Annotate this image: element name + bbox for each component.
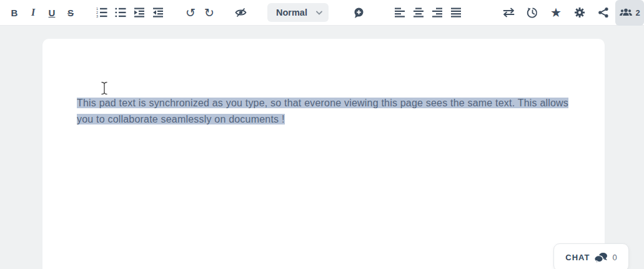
users-count: 2 xyxy=(635,8,640,18)
style-dropdown[interactable]: Normal xyxy=(267,3,329,22)
toolbar-right-group: ★ xyxy=(497,0,644,26)
ordered-list-button[interactable]: 1 2 3 xyxy=(92,3,111,22)
italic-icon: I xyxy=(31,7,35,18)
outdent-icon xyxy=(152,7,164,18)
chat-count: 0 xyxy=(612,253,617,262)
toolbar: B I U S 1 2 3 ↺ ↻ xyxy=(0,0,644,26)
chat-button[interactable]: CHAT 0 xyxy=(553,243,629,269)
style-dropdown-value: Normal xyxy=(276,8,307,18)
settings-button[interactable] xyxy=(568,3,592,22)
align-center-button[interactable] xyxy=(409,3,428,22)
star-icon: ★ xyxy=(550,6,562,19)
underline-button[interactable]: U xyxy=(42,3,61,22)
chat-bubbles-icon xyxy=(594,252,608,263)
redo-icon: ↻ xyxy=(204,7,214,19)
italic-button[interactable]: I xyxy=(24,3,42,22)
chevron-down-icon xyxy=(316,11,322,15)
editor-pad[interactable]: This pad text is synchronized as you typ… xyxy=(42,39,605,269)
undo-icon: ↺ xyxy=(186,7,196,19)
outdent-button[interactable] xyxy=(149,3,167,22)
history-button[interactable] xyxy=(520,3,544,22)
redo-button[interactable]: ↻ xyxy=(200,3,219,22)
favorite-button[interactable]: ★ xyxy=(544,3,568,22)
align-left-button[interactable] xyxy=(390,3,409,22)
align-justify-icon xyxy=(450,7,462,18)
connected-users-button[interactable]: 2 xyxy=(615,0,644,26)
align-right-button[interactable] xyxy=(428,3,447,22)
indent-button[interactable] xyxy=(130,3,149,22)
strikethrough-button[interactable]: S xyxy=(61,3,80,22)
unordered-list-button[interactable] xyxy=(111,3,130,22)
users-group-icon xyxy=(619,8,633,18)
comment-plus-icon xyxy=(353,7,365,19)
import-export-button[interactable] xyxy=(497,3,520,22)
undo-button[interactable]: ↺ xyxy=(181,3,200,22)
align-center-icon xyxy=(413,7,424,18)
ordered-list-icon: 1 2 3 xyxy=(96,7,107,18)
hide-authorship-colors-button[interactable] xyxy=(231,3,250,22)
swap-arrows-icon xyxy=(502,7,515,18)
share-button[interactable] xyxy=(592,3,615,22)
svg-text:3: 3 xyxy=(96,14,98,18)
add-comment-button[interactable] xyxy=(349,3,368,22)
selected-text: This pad text is synchronized as you typ… xyxy=(77,98,568,124)
align-left-icon xyxy=(394,7,405,18)
bold-button[interactable]: B xyxy=(5,3,24,22)
share-icon xyxy=(598,7,609,18)
pad-paragraph[interactable]: This pad text is synchronized as you typ… xyxy=(77,95,572,127)
align-justify-button[interactable] xyxy=(447,3,465,22)
eye-off-icon xyxy=(234,7,247,18)
indent-icon xyxy=(134,7,145,18)
align-right-icon xyxy=(432,7,443,18)
text-cursor-icon xyxy=(100,81,109,95)
strikethrough-icon: S xyxy=(67,8,74,18)
bold-icon: B xyxy=(11,8,18,18)
gear-icon xyxy=(574,7,585,18)
history-clock-icon xyxy=(527,7,538,19)
unordered-list-icon xyxy=(115,7,126,18)
underline-icon: U xyxy=(49,8,56,18)
chat-label: CHAT xyxy=(565,253,590,262)
